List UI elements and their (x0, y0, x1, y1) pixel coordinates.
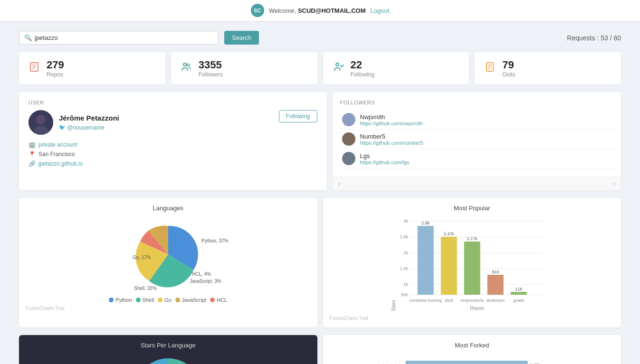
svg-text:2.8k: 2.8k (421, 221, 430, 225)
svg-text:dockerjun: dockerjun (486, 298, 505, 303)
user-avatar-circle: SC (251, 4, 264, 17)
go-color (158, 298, 162, 302)
svg-point-6 (336, 63, 339, 66)
gists-label: Gists (502, 71, 515, 78)
logout-button[interactable]: Logout (371, 7, 390, 14)
stat-card-gists: 79 Gists (475, 52, 621, 84)
scroll-controls: ‹ › (333, 177, 621, 190)
top-bar: SC Welcome, SCUD@HOTMAIL.COM Logout (0, 0, 640, 21)
requests-counter: Requests : 53 / 60 (567, 34, 621, 42)
list-item: Lgs https://github.com/lgs (340, 149, 618, 168)
followers-panel: Followers Nwjsmith https://github.com/nw… (333, 92, 621, 190)
followers-label: Followers (199, 71, 223, 78)
svg-text:Python, 37%: Python, 37% (201, 238, 229, 243)
repos-icon (29, 61, 40, 75)
search-input[interactable] (35, 34, 213, 41)
user-fullname: Jérôme Petazzoni (59, 114, 119, 122)
python-label: Python (115, 297, 132, 303)
svg-text:grade: grade (513, 298, 524, 303)
svg-point-12 (36, 115, 46, 124)
user-section-title: User (29, 100, 317, 105)
follow-button[interactable]: Following (279, 110, 317, 122)
languages-legend: Python Shell Go JavaScript HCL (26, 297, 311, 303)
user-account-type: 🏢 private account (29, 141, 317, 148)
followers-count: 3355 (199, 59, 223, 71)
avatar-initials: SC (254, 8, 261, 13)
building-icon: 🏢 (29, 141, 36, 148)
svg-text:2.5k: 2.5k (400, 234, 408, 239)
svg-text:emprestacle: emprestacle (460, 298, 484, 303)
following-icon (333, 61, 344, 75)
website-link[interactable]: jpetazzo.github.io (38, 160, 83, 167)
most-popular-chart-area: Stars 3k 2.5k 2k 1.5k 1k 500 (330, 216, 615, 313)
svg-text:3k: 3k (403, 219, 408, 224)
user-handle: @nousername (67, 124, 105, 131)
stat-card-repos: 279 Repos (19, 52, 165, 84)
go-label: Go (164, 297, 172, 303)
followers-list[interactable]: Nwjsmith https://github.com/nwjsmith Num… (333, 110, 621, 177)
js-label: JavaScript (182, 297, 206, 303)
languages-pie: Python, 37% Shell, 33% HCL, 4% JavaScrip… (26, 216, 311, 292)
info-row: User Jérôme Petazzoni 🐦 @n (19, 92, 621, 190)
svg-text:1.5k: 1.5k (400, 266, 408, 271)
most-popular-footer: FusionCharts Trial (330, 316, 615, 321)
stat-card-followers: 3355 Followers (171, 52, 317, 84)
svg-text:HCL, 4%: HCL, 4% (192, 271, 211, 277)
follower-url: https://github.com/lgs (360, 159, 410, 165)
svg-text:1k: 1k (403, 282, 408, 287)
search-button[interactable]: Search (224, 31, 259, 45)
user-profile-avatar (29, 110, 53, 135)
user-card: User Jérôme Petazzoni 🐦 @n (19, 92, 327, 190)
charts-row-2: Stars Per Language S (19, 335, 621, 364)
svg-text:2.17k: 2.17k (467, 236, 478, 241)
svg-text:2.37k: 2.37k (443, 232, 454, 236)
follower-avatar (342, 152, 355, 165)
shell-label: Shell (143, 297, 154, 303)
private-account-link[interactable]: private account (38, 141, 77, 148)
search-row: 🔍 Search Requests : 53 / 60 (19, 31, 621, 45)
user-location: 📍 San Francisco (29, 151, 317, 158)
svg-text:JavaScript, 3%: JavaScript, 3% (190, 279, 221, 284)
follower-name: Nwjsmith (360, 113, 423, 121)
hcl-color (210, 298, 215, 302)
stat-card-following: 22 Following (323, 52, 469, 84)
scroll-left-arrow[interactable]: ‹ (336, 180, 343, 187)
stars-per-language-title: Stars Per Language (26, 342, 311, 349)
svg-text:Repos: Repos (470, 306, 484, 311)
svg-text:container.training: container.training (409, 298, 442, 303)
svg-text:816: 816 (492, 270, 499, 274)
repos-count: 279 (47, 59, 64, 71)
repos-label: Repos (47, 71, 64, 78)
svg-rect-40 (510, 292, 526, 295)
stars-per-language-card: Stars Per Language S (19, 335, 317, 364)
list-item: Nwjsmith https://github.com/nwjsmith (340, 110, 618, 130)
legend-item-shell: Shell (136, 297, 154, 303)
svg-text:Stars: Stars (391, 300, 396, 311)
svg-rect-38 (487, 275, 503, 295)
svg-text:Go, 17%: Go, 17% (133, 255, 151, 260)
charts-row-1: Languages Python, 37% Shell, 33% (19, 198, 621, 327)
svg-text:dind: dind (445, 298, 453, 303)
svg-rect-78 (405, 361, 527, 364)
header-username: SCUD@HOTMAIL.COM (298, 7, 366, 14)
python-color (109, 298, 114, 302)
most-forked-chart-card: Most Forked Repos 200 400 600 800 (323, 335, 621, 364)
following-label: Following (351, 71, 375, 78)
search-icon: 🔍 (24, 34, 32, 41)
most-popular-chart-card: Most Popular Stars 3k 2.5k 2k 1.5k (323, 198, 621, 327)
hcl-label: HCL (217, 297, 227, 303)
gists-icon (484, 61, 496, 75)
follower-name: Number5 (360, 133, 423, 140)
follower-avatar (342, 132, 355, 146)
following-count: 22 (351, 59, 375, 71)
legend-item-hcl: HCL (210, 297, 227, 303)
languages-chart-footer: FusionCharts Trial (26, 306, 311, 311)
svg-point-4 (183, 63, 186, 66)
shell-color (136, 298, 141, 302)
svg-rect-34 (440, 237, 457, 295)
follower-url: https://github.com/nwjsmith (360, 121, 423, 126)
search-box: 🔍 (19, 31, 219, 45)
main-content: 🔍 Search Requests : 53 / 60 279 Repos 33… (0, 21, 640, 364)
gists-count: 79 (502, 59, 515, 71)
scroll-right-arrow[interactable]: › (611, 180, 617, 187)
